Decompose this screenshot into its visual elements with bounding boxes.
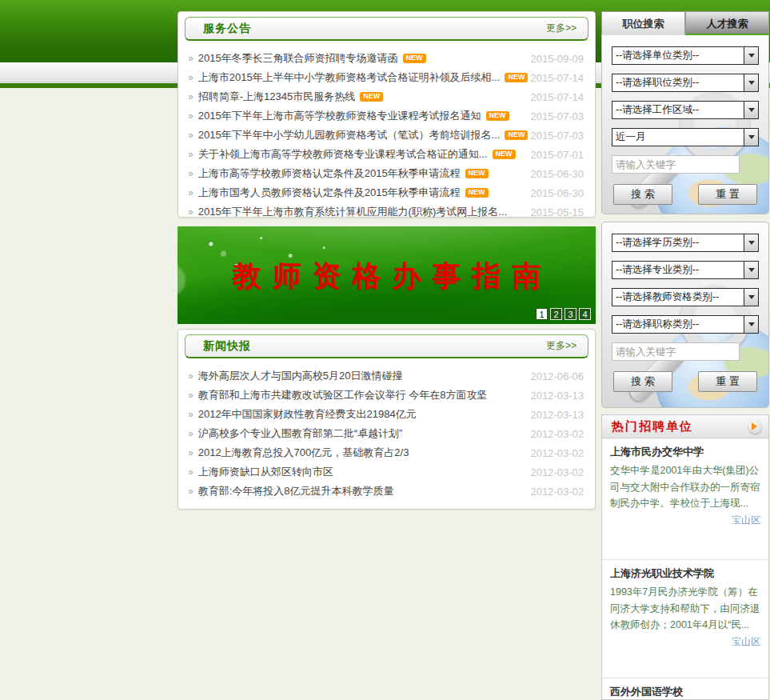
announcement-date: 2015-05-15: [531, 206, 588, 218]
teacher-guide-banner[interactable]: 教师资格办事指南 1 2 3 4: [178, 226, 596, 324]
reset-button[interactable]: 重 置: [698, 184, 757, 205]
news-header: 新闻快报 更多>>: [185, 334, 588, 358]
employer-card: 上海市民办交华中学 交华中学是2001年由大华(集团)公司与交大附中合作联办的一…: [602, 438, 768, 559]
double-arrow-icon: »: [188, 149, 193, 160]
announcement-link[interactable]: 上海市国考人员教师资格认定条件及2015年秋季申请流程: [198, 186, 461, 200]
news-link[interactable]: 2012年中国国家财政性教育经费支出21984亿元: [198, 407, 417, 422]
new-badge: NEW: [505, 73, 528, 82]
job-title-type-select[interactable]: --请选择职称类别--: [612, 315, 759, 334]
chevron-down-icon: [744, 102, 758, 118]
chevron-down-icon: [744, 316, 758, 333]
chevron-down-icon: [744, 47, 758, 64]
search-button[interactable]: 搜 索: [613, 371, 672, 392]
employer-name-link[interactable]: 上海济光职业技术学院: [610, 566, 760, 581]
news-link[interactable]: 2012上海教育总投入700亿元，基础教育占2/3: [198, 446, 409, 460]
banner-title: 教师资格办事指南: [178, 257, 596, 296]
double-arrow-icon: »: [188, 370, 193, 382]
double-arrow-icon: »: [188, 72, 193, 83]
list-item[interactable]: » 关于补领上海市高等学校教师资格专业课程考试合格证的通知... NEW 201…: [188, 145, 587, 164]
list-item[interactable]: » 教育部和上海市共建教改试验区工作会议举行 今年在8方面攻坚 2012-03-…: [188, 386, 587, 405]
double-arrow-icon: »: [188, 168, 193, 179]
announcement-link[interactable]: 上海市2015年上半年中小学教师资格考试合格证明补领及后续相...: [198, 70, 501, 85]
major-type-select[interactable]: --请选择专业类别--: [612, 261, 759, 279]
list-item[interactable]: » 上海师资缺口从郊区转向市区 2012-03-02: [188, 462, 587, 482]
list-item[interactable]: » 上海市国考人员教师资格认定条件及2015年秋季申请流程 NEW 2015-0…: [188, 183, 587, 202]
search-button[interactable]: 搜 索: [613, 184, 672, 205]
globe-icon: [655, 321, 769, 408]
announcement-link[interactable]: 招聘简章-上海12345市民服务热线: [198, 90, 355, 104]
keyword-input[interactable]: [612, 155, 740, 174]
double-arrow-icon: »: [188, 53, 193, 64]
panel-title: 新闻快报: [203, 339, 251, 354]
list-item[interactable]: » 招聘简章-上海12345市民服务热线 NEW 2015-07-14: [188, 87, 587, 106]
work-area-select[interactable]: --请选择工作区域--: [612, 101, 759, 119]
news-link[interactable]: 上海师资缺口从郊区转向市区: [198, 465, 333, 479]
list-item[interactable]: » 2015年下半年上海市教育系统计算机应用能力(职称)考试网上报名... NE…: [188, 202, 587, 222]
news-link[interactable]: 教育部:今年将投入8亿元提升本科教学质量: [198, 484, 394, 498]
announcement-link[interactable]: 上海市高等学校教师资格认定条件及2015年秋季申请流程: [198, 166, 461, 181]
position-type-select[interactable]: --请选择职位类别--: [612, 74, 759, 92]
banner-page-2[interactable]: 2: [550, 308, 562, 320]
more-link[interactable]: 更多>>: [546, 22, 577, 35]
news-link[interactable]: 海外高层次人才与国内高校5月20日激情碰撞: [198, 369, 403, 383]
district-link[interactable]: 宝山区: [610, 514, 760, 527]
news-link[interactable]: 教育部和上海市共建教改试验区工作会议举行 今年在8方面攻坚: [198, 388, 488, 402]
banner-page-3[interactable]: 3: [565, 308, 577, 320]
button-row: 搜 索 重 置: [612, 371, 759, 392]
tab-job-search[interactable]: 职位搜索: [601, 11, 685, 35]
keyword-input[interactable]: [612, 342, 740, 361]
tab-talent-search[interactable]: 人才搜索: [685, 11, 769, 35]
banner-page-4[interactable]: 4: [579, 308, 591, 320]
double-arrow-icon: »: [188, 187, 193, 198]
employer-name-link[interactable]: 上海市民办交华中学: [610, 445, 760, 459]
news-date: 2012-03-13: [531, 390, 588, 402]
employer-description: 交华中学是2001年由大华(集团)公司与交大附中合作联办的一所寄宿制民办中学。学…: [610, 462, 760, 512]
employer-description: 1993年7月民办济光学院（筹）在同济大学支持和帮助下，由同济退休教师创办；20…: [610, 584, 760, 634]
district-link[interactable]: 宝山区: [610, 635, 760, 649]
education-type-select[interactable]: --请选择学历类别--: [612, 234, 759, 252]
list-item[interactable]: » 2012年中国国家财政性教育经费支出21984亿元 2012-03-13: [188, 405, 587, 424]
list-item[interactable]: » 海外高层次人才与国内高校5月20日激情碰撞 2012-06-06: [188, 366, 587, 386]
double-arrow-icon: »: [188, 409, 193, 420]
list-item[interactable]: » 2015年下半年上海市高等学校教师资格专业课程考试报名通知 NEW 2015…: [188, 106, 587, 126]
announcement-date: 2015-07-03: [531, 110, 588, 122]
time-range-select[interactable]: 近一月: [612, 128, 759, 146]
announcement-link[interactable]: 关于补领上海市高等学校教师资格专业课程考试合格证的通知...: [198, 147, 488, 162]
new-badge: NEW: [493, 150, 516, 159]
news-date: 2012-06-06: [531, 370, 588, 382]
new-badge: NEW: [505, 130, 528, 140]
news-date: 2012-03-02: [531, 428, 588, 440]
announcement-date: 2015-07-03: [531, 130, 588, 142]
chevron-down-icon: [744, 234, 758, 251]
play-circle-icon[interactable]: [748, 420, 762, 434]
employer-card: 上海济光职业技术学院 1993年7月民办济光学院（筹）在同济大学支持和帮助下，由…: [602, 559, 768, 678]
announcement-date: 2015-06-30: [531, 187, 588, 199]
double-arrow-icon: »: [188, 466, 193, 478]
news-link[interactable]: 沪高校多个专业入围教育部第二批“卓越计划”: [198, 426, 403, 441]
list-item[interactable]: » 上海市2015年上半年中小学教师资格考试合格证明补领及后续相... NEW …: [188, 68, 587, 87]
list-item[interactable]: » 2012上海教育总投入700亿元，基础教育占2/3 2012-03-02: [188, 443, 587, 462]
announcement-link[interactable]: 2015年下半年中小学幼儿园教师资格考试（笔试）考前培训报名...: [198, 128, 501, 142]
teacher-cert-type-select[interactable]: --请选择教师资格类别--: [612, 288, 759, 306]
announcement-link[interactable]: 2015年冬季长三角联合师资招聘专场邀请函: [198, 51, 398, 66]
unit-type-select[interactable]: --请选择单位类别--: [612, 46, 759, 65]
list-item[interactable]: » 2015年冬季长三角联合师资招聘专场邀请函 NEW 2015-09-09: [188, 49, 587, 68]
new-badge: NEW: [465, 169, 489, 178]
announcement-date: 2015-09-09: [531, 53, 588, 65]
list-item[interactable]: » 沪高校多个专业入围教育部第二批“卓越计划” 2012-03-02: [188, 424, 587, 443]
news-panel: 新闻快报 更多>> » 海外高层次人才与国内高校5月20日激情碰撞 2012-0…: [178, 329, 596, 510]
employer-name-link[interactable]: 西外外国语学校: [610, 685, 760, 699]
banner-page-1[interactable]: 1: [536, 308, 548, 320]
announcements-header: 服务公告 更多>>: [185, 17, 588, 41]
announcement-date: 2015-07-14: [531, 72, 588, 84]
news-date: 2012-03-02: [531, 466, 588, 478]
news-date: 2012-03-02: [531, 486, 588, 498]
double-arrow-icon: »: [188, 91, 193, 102]
list-item[interactable]: » 2015年下半年中小学幼儿园教师资格考试（笔试）考前培训报名... NEW …: [188, 126, 587, 145]
announcement-link[interactable]: 2015年下半年上海市教育系统计算机应用能力(职称)考试网上报名...: [198, 205, 507, 219]
more-link[interactable]: 更多>>: [546, 339, 577, 353]
announcement-link[interactable]: 2015年下半年上海市高等学校教师资格专业课程考试报名通知: [198, 109, 481, 123]
list-item[interactable]: » 教育部:今年将投入8亿元提升本科教学质量 2012-03-02: [188, 482, 587, 501]
reset-button[interactable]: 重 置: [698, 371, 757, 392]
list-item[interactable]: » 上海市高等学校教师资格认定条件及2015年秋季申请流程 NEW 2015-0…: [188, 164, 587, 183]
